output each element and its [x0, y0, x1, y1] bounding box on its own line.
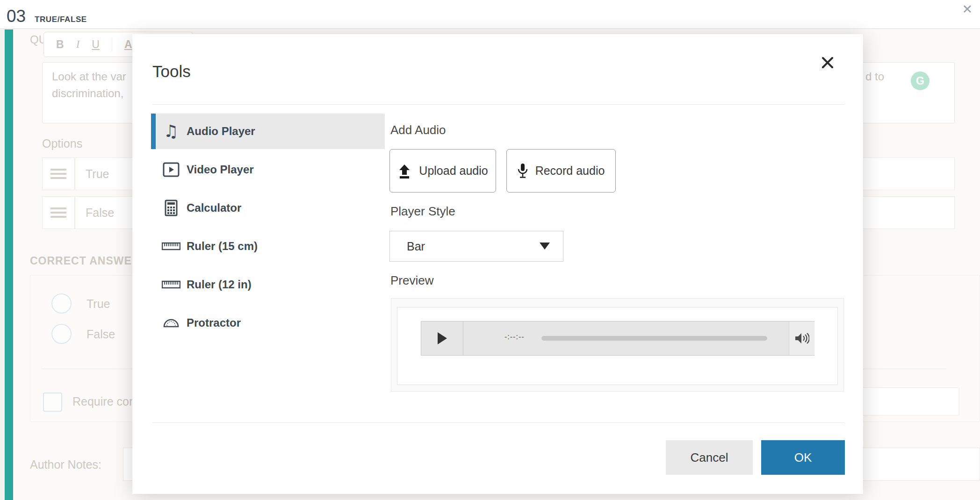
drag-handle[interactable] — [42, 157, 75, 190]
audio-player-bar: -:--:-- — [421, 321, 814, 356]
question-number: 03 — [7, 7, 26, 26]
question-placeholder-fragment: d to — [865, 70, 884, 83]
require-correct-checkbox[interactable] — [43, 393, 62, 412]
radio-true[interactable] — [51, 293, 72, 314]
bold-button[interactable]: B — [56, 38, 64, 51]
sidebar-item-ruler-15cm[interactable]: Ruler (15 cm) — [151, 229, 385, 264]
cancel-button[interactable]: Cancel — [666, 440, 753, 475]
text-color-button[interactable]: A — [124, 38, 132, 51]
microphone-icon — [518, 163, 528, 179]
toolbar-divider — [112, 37, 112, 51]
sidebar-item-ruler-12in[interactable]: Ruler (12 in) — [151, 267, 385, 302]
tools-modal: Tools ♫ Audio Player Video Player Calcul… — [132, 34, 863, 494]
radio-true-label: True — [86, 297, 110, 311]
player-style-select[interactable]: Bar — [389, 231, 563, 262]
ok-button[interactable]: OK — [761, 440, 845, 475]
preview-container: -:--:-- — [391, 298, 844, 392]
volume-icon — [794, 332, 809, 345]
selected-indicator-bar — [151, 114, 156, 149]
question-placeholder-line2: discrimination, — [52, 87, 123, 100]
modal-header-divider — [152, 104, 845, 105]
ruler-icon — [156, 280, 187, 289]
options-label: Options — [42, 137, 82, 150]
correct-answer-label: CORRECT ANSWER — [30, 255, 140, 267]
play-button[interactable] — [421, 321, 463, 355]
question-placeholder-line1: Look at the var — [52, 70, 126, 83]
sidebar-item-video-player[interactable]: Video Player — [151, 152, 385, 187]
radio-false-label: False — [86, 328, 115, 341]
page-close-icon[interactable]: ✕ — [962, 2, 973, 17]
sidebar-item-calculator[interactable]: Calculator — [151, 190, 385, 226]
sidebar-item-protractor[interactable]: Protractor — [151, 305, 385, 341]
record-audio-button[interactable]: Record audio — [506, 149, 616, 193]
modal-close-icon[interactable] — [820, 55, 836, 71]
player-style-value: Bar — [407, 240, 425, 253]
author-notes-label: Author Notes: — [30, 458, 101, 471]
video-player-icon — [156, 162, 187, 177]
chevron-down-icon — [540, 243, 550, 250]
upload-icon — [397, 164, 411, 179]
italic-button[interactable]: I — [76, 38, 80, 50]
player-style-label: Player Style — [390, 204, 455, 219]
protractor-icon — [156, 318, 187, 328]
underline-button[interactable]: U — [92, 38, 100, 51]
require-correct-label: Require cor — [72, 395, 133, 408]
preview-card: -:--:-- — [397, 307, 838, 385]
calculator-icon — [156, 200, 187, 216]
sidebar-item-audio-player[interactable]: ♫ Audio Player — [151, 114, 385, 149]
radio-false[interactable] — [51, 324, 72, 344]
music-note-icon: ♫ — [156, 123, 187, 140]
modal-title: Tools — [152, 62, 191, 81]
volume-button[interactable] — [789, 321, 814, 355]
question-type-label: TRUE/FALSE — [35, 15, 87, 24]
drag-handle[interactable] — [42, 196, 75, 229]
preview-label: Preview — [390, 273, 433, 288]
time-display: -:--:-- — [504, 333, 525, 341]
upload-audio-button[interactable]: Upload audio — [389, 149, 496, 193]
seek-bar[interactable] — [541, 336, 767, 341]
grammarly-icon[interactable]: G — [911, 71, 930, 90]
page-header: 03 TRUE/FALSE ✕ — [0, 0, 980, 29]
ruler-icon — [156, 242, 187, 250]
question-accent-bar — [5, 29, 13, 500]
add-audio-heading: Add Audio — [390, 123, 446, 137]
play-icon — [438, 332, 447, 344]
modal-footer-divider — [152, 422, 845, 423]
